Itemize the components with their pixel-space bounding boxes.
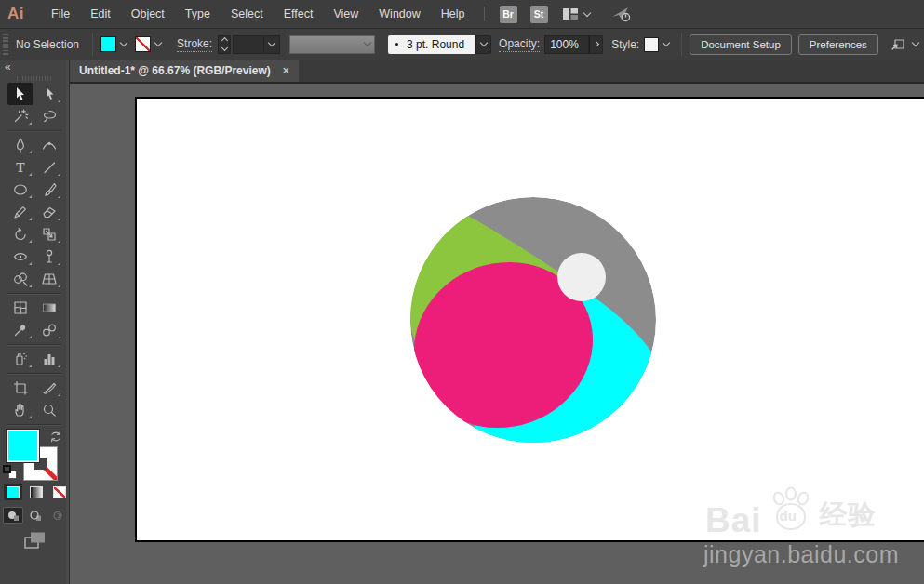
- column-graph-tool[interactable]: [36, 348, 62, 370]
- magic-wand-tool[interactable]: [7, 105, 33, 127]
- perspective-grid-tool[interactable]: [36, 268, 62, 290]
- selection-tool[interactable]: [7, 83, 33, 105]
- stroke-color-dropdown[interactable]: [151, 35, 166, 54]
- document-setup-button[interactable]: Document Setup: [690, 34, 792, 55]
- document-tab[interactable]: Untitled-1* @ 66.67% (RGB/Preview) ×: [70, 60, 299, 82]
- change-screen-mode-button[interactable]: [22, 530, 48, 554]
- menu-select[interactable]: Select: [221, 0, 274, 28]
- stroke-weight-dropdown[interactable]: [264, 35, 280, 54]
- watermark-jingyan-text: 经验: [820, 497, 877, 534]
- ellipse-icon: [12, 181, 29, 198]
- stroke-weight-field[interactable]: [233, 35, 264, 54]
- default-fill-stroke-icon[interactable]: [3, 465, 17, 479]
- hand-tool[interactable]: [7, 399, 33, 421]
- symbol-sprayer-tool[interactable]: [7, 348, 33, 370]
- opacity-input[interactable]: 100%: [544, 35, 589, 54]
- slice-knife-icon: [41, 379, 58, 396]
- rotate-tool[interactable]: [7, 223, 33, 246]
- artboard-tool[interactable]: [7, 377, 33, 399]
- document-tab-bar: Untitled-1* @ 66.67% (RGB/Preview) ×: [70, 60, 924, 84]
- align-options-button[interactable]: [890, 36, 918, 52]
- chevron-down-icon: [912, 39, 919, 46]
- fill-color-indicator[interactable]: [7, 430, 39, 462]
- none-button[interactable]: [50, 484, 69, 500]
- selection-tool-icon: [12, 86, 29, 102]
- stroke-color-swatch[interactable]: [135, 36, 151, 52]
- puppet-warp-tool[interactable]: [36, 246, 62, 268]
- menu-view[interactable]: View: [323, 0, 368, 28]
- draw-inside-button[interactable]: [47, 507, 68, 524]
- gradient-button[interactable]: [27, 484, 46, 500]
- color-button[interactable]: [4, 484, 22, 500]
- type-tool[interactable]: T: [7, 156, 33, 179]
- menu-help[interactable]: Help: [431, 0, 475, 28]
- lasso-tool[interactable]: [36, 105, 62, 127]
- blend-tool[interactable]: [36, 319, 62, 341]
- brush-definition-button[interactable]: 3 pt. Round: [388, 35, 475, 54]
- workspace-layout-icon: [562, 7, 579, 21]
- menu-window[interactable]: Window: [368, 0, 430, 28]
- menu-file[interactable]: File: [41, 0, 80, 28]
- width-tool-icon: [12, 248, 29, 265]
- beach-ball-artwork[interactable]: [408, 194, 659, 445]
- fill-color-dropdown[interactable]: [116, 35, 131, 54]
- brush-definition-dropdown[interactable]: [475, 35, 491, 54]
- stroke-weight-stepper[interactable]: [218, 35, 231, 54]
- paintbrush-tool[interactable]: [36, 179, 62, 201]
- illustrator-window: Ai File Edit Object Type Select Effect V…: [0, 0, 924, 584]
- watermark-bai-text: Bai: [705, 505, 762, 536]
- menu-edit[interactable]: Edit: [80, 0, 121, 28]
- width-profile-dropdown[interactable]: [289, 35, 375, 54]
- baidu-paw-icon: du: [766, 485, 816, 536]
- direct-selection-tool[interactable]: [36, 83, 62, 105]
- pencil-tool[interactable]: [7, 201, 33, 223]
- eyedropper-tool[interactable]: [7, 319, 33, 341]
- curvature-tool[interactable]: [36, 134, 62, 156]
- close-tab-icon[interactable]: ×: [283, 65, 289, 76]
- pen-tool[interactable]: [7, 134, 33, 156]
- preferences-button[interactable]: Preferences: [798, 34, 878, 55]
- app-logo: Ai: [7, 5, 24, 23]
- menu-object[interactable]: Object: [121, 0, 175, 28]
- gpu-performance-icon[interactable]: [610, 5, 633, 23]
- control-divider: [92, 33, 93, 56]
- workspace-switcher[interactable]: [562, 7, 590, 21]
- collapse-panel-icon[interactable]: «: [5, 61, 11, 73]
- tools-panel-grip[interactable]: [0, 73, 69, 83]
- type-icon: T: [12, 159, 29, 176]
- eraser-tool[interactable]: [36, 201, 62, 223]
- opacity-dropdown[interactable]: [589, 35, 603, 54]
- stock-button[interactable]: St: [530, 6, 548, 23]
- ellipse-tool[interactable]: [7, 179, 33, 201]
- perspective-grid-icon: [41, 271, 58, 287]
- graphic-style-dropdown[interactable]: [659, 35, 674, 54]
- bridge-button[interactable]: Br: [500, 6, 517, 23]
- mesh-tool[interactable]: [7, 297, 33, 319]
- draw-normal-button[interactable]: [3, 507, 23, 524]
- lasso-icon: [41, 108, 58, 125]
- gradient-tool[interactable]: [36, 297, 62, 319]
- scale-tool[interactable]: [36, 223, 62, 246]
- stroke-panel-link[interactable]: Stroke:: [177, 37, 212, 52]
- artboard[interactable]: [135, 97, 924, 542]
- zoom-tool[interactable]: [36, 399, 62, 421]
- slice-tool[interactable]: [36, 377, 62, 399]
- opacity-panel-link[interactable]: Opacity:: [499, 37, 540, 52]
- magic-wand-icon: [12, 108, 29, 125]
- gradient-icon: [41, 299, 58, 316]
- fill-color-swatch[interactable]: [100, 36, 116, 52]
- width-tool[interactable]: [7, 246, 33, 268]
- graphic-style-swatch[interactable]: [644, 37, 659, 52]
- draw-behind-button[interactable]: [25, 507, 46, 524]
- scale-icon: [41, 226, 58, 243]
- swap-fill-stroke-icon[interactable]: [48, 430, 63, 448]
- svg-text:T: T: [16, 161, 25, 175]
- tools-divider: [7, 421, 62, 428]
- shape-builder-tool[interactable]: [7, 268, 33, 290]
- line-segment-tool[interactable]: [36, 156, 62, 179]
- control-divider: [681, 33, 682, 56]
- menu-effect[interactable]: Effect: [274, 0, 324, 28]
- panel-grip[interactable]: [3, 34, 8, 55]
- menu-type[interactable]: Type: [175, 0, 221, 28]
- ball-white-knob: [557, 253, 606, 301]
